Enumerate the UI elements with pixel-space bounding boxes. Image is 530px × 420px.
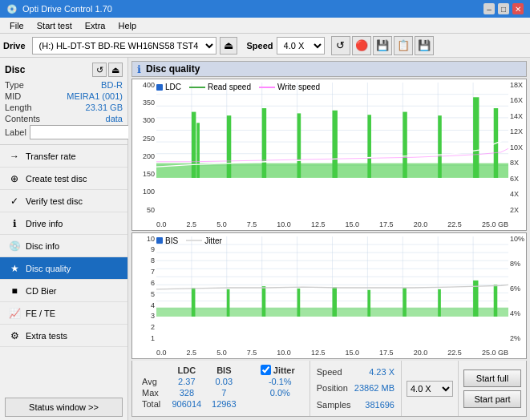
nav-cd-bier[interactable]: ■ CD Bier — [0, 280, 127, 302]
svg-rect-22 — [333, 111, 338, 178]
content-area: ℹ Disc quality LDC Read speed — [128, 58, 530, 420]
button-group: Start full Start part — [458, 361, 526, 416]
bis-y-axis: 10987654321 — [132, 233, 156, 342]
nav-disc-quality[interactable]: ★ Disc quality — [0, 257, 127, 280]
verify-test-disc-icon: ✓ — [8, 196, 21, 207]
nav-verify-test-disc[interactable]: ✓ Verify test disc — [0, 190, 127, 212]
menu-help[interactable]: Help — [111, 19, 143, 32]
cd-bier-icon: ■ — [8, 285, 21, 297]
svg-rect-18 — [196, 123, 200, 178]
disc-quality-header: ℹ Disc quality — [131, 61, 527, 77]
disc-quality-header-icon: ℹ — [137, 63, 141, 75]
bis-header: BIS — [207, 364, 241, 376]
nav-fe-te[interactable]: 📈 FE / TE — [0, 302, 127, 325]
disc-eject-btn[interactable]: ⏏ — [108, 63, 123, 77]
close-button[interactable]: ✕ — [512, 3, 524, 14]
nav-create-test-disc[interactable]: ⊕ Create test disc — [0, 168, 127, 190]
disc-panel: Disc ↺ ⏏ Type BD-R MID MEIRA1 (001) Leng… — [0, 58, 127, 145]
nav-transfer-rate[interactable]: → Transfer rate — [0, 145, 127, 168]
nav-disc-info[interactable]: 💿 Disc info — [0, 235, 127, 257]
ldc-y-axis-right: 18X16X14X12X10X8X6X4X2X — [508, 79, 526, 214]
eject-button[interactable]: ⏏ — [220, 37, 237, 55]
speed-select-stats[interactable]: 4.0 X — [407, 381, 453, 397]
speed-dynamic-value: 4.23 X — [369, 367, 394, 377]
total-row: Total 906014 12963 — [139, 398, 303, 410]
bis-chart: BIS Jitter 10987654321 10%8%6%4%2% — [131, 232, 527, 359]
disc-title: Disc — [5, 64, 25, 75]
svg-rect-47 — [192, 288, 196, 317]
toolbar-button-3[interactable]: 💾 — [373, 36, 392, 55]
svg-rect-20 — [262, 108, 266, 178]
svg-rect-51 — [333, 287, 337, 317]
speed-group: 4.0 X — [401, 361, 458, 416]
start-full-button[interactable]: Start full — [463, 370, 521, 387]
toolbar-button-5[interactable]: 💾 — [415, 36, 434, 55]
menu-start-test[interactable]: Start test — [30, 19, 79, 32]
svg-rect-25 — [438, 115, 442, 178]
svg-rect-24 — [403, 112, 407, 178]
nav-extra-tests[interactable]: ⚙ Extra tests — [0, 325, 127, 347]
ldc-chart: LDC Read speed Write speed 4003503002502… — [131, 79, 527, 231]
bis-x-axis: 0.02.55.07.510.012.515.017.520.022.525.0… — [156, 349, 508, 357]
disc-quality-icon: ★ — [8, 263, 21, 274]
toolbar-button-4[interactable]: 📋 — [394, 36, 413, 55]
transfer-rate-icon: → — [8, 151, 21, 162]
fe-te-icon: 📈 — [8, 308, 21, 319]
disc-quality-title: Disc quality — [146, 63, 200, 75]
speed-select[interactable]: 4.0 X — [277, 37, 325, 55]
toolbar-button-2[interactable]: 🔴 — [352, 36, 371, 55]
create-test-disc-icon: ⊕ — [8, 173, 21, 184]
disc-label-row: Label 🔍 — [5, 125, 123, 139]
avg-row: Avg 2.37 0.03 -0.1% — [139, 376, 303, 387]
title-bar: 💿 Opti Drive Control 1.70 – □ ✕ — [0, 0, 530, 18]
bis-chart-svg — [156, 236, 508, 317]
disc-info-icon: 💿 — [8, 240, 21, 252]
speed-static-label: Speed — [317, 367, 342, 377]
toolbar-button-1[interactable]: ↺ — [331, 36, 350, 55]
svg-rect-56 — [494, 285, 498, 317]
svg-rect-53 — [403, 288, 407, 317]
disc-mid-field: MID MEIRA1 (001) — [5, 91, 123, 101]
svg-rect-19 — [227, 115, 231, 178]
drive-select[interactable]: (H:) HL-DT-ST BD-RE WH16NS58 TST4 — [32, 37, 216, 55]
maximize-button[interactable]: □ — [498, 3, 509, 14]
samples-value: 381696 — [365, 400, 394, 410]
ldc-y-axis: 40035030025020015010050 — [132, 79, 156, 214]
disc-type-field: Type BD-R — [5, 80, 123, 90]
disc-refresh-btn[interactable]: ↺ — [92, 63, 107, 77]
stats-row: LDC BIS Jitter — [131, 361, 527, 417]
sidebar: Disc ↺ ⏏ Type BD-R MID MEIRA1 (001) Leng… — [0, 58, 128, 420]
disc-length-field: Length 23.31 GB — [5, 103, 123, 112]
app-icon: 💿 — [6, 4, 18, 14]
menu-extra[interactable]: Extra — [79, 19, 112, 32]
ldc-header: LDC — [167, 364, 207, 376]
disc-contents-field: Contents data — [5, 114, 123, 123]
samples-label: Samples — [317, 400, 351, 410]
ldc-chart-svg — [156, 83, 508, 178]
minimize-button[interactable]: – — [483, 3, 495, 14]
max-row: Max 328 7 0.0% — [139, 387, 303, 398]
svg-rect-50 — [297, 289, 301, 317]
status-window-button[interactable]: Status window >> — [5, 398, 123, 417]
position-value: 23862 MB — [354, 383, 394, 393]
menu-file[interactable]: File — [3, 19, 30, 32]
disc-label-input[interactable] — [30, 125, 136, 139]
jitter-checkbox[interactable] — [261, 365, 271, 375]
svg-rect-48 — [227, 289, 230, 317]
speed-label: Speed — [247, 41, 273, 50]
drive-toolbar: Drive (H:) HL-DT-ST BD-RE WH16NS58 TST4 … — [0, 34, 530, 58]
chart-container: LDC Read speed Write speed 4003503002502… — [131, 79, 527, 359]
extra-tests-icon: ⚙ — [8, 330, 21, 341]
bis-y-axis-right: 10%8%6%4%2% — [508, 233, 526, 342]
start-part-button[interactable]: Start part — [463, 390, 521, 408]
bis-legend: BIS Jitter — [156, 236, 222, 245]
svg-rect-54 — [438, 289, 441, 317]
svg-rect-52 — [367, 289, 370, 317]
svg-rect-49 — [262, 286, 266, 317]
nav-drive-info[interactable]: ℹ Drive info — [0, 212, 127, 235]
menu-bar: File Start test Extra Help — [0, 18, 530, 34]
position-group: Speed 4.23 X Position 23862 MB Samples 3… — [310, 361, 401, 416]
position-label: Position — [317, 383, 348, 393]
jitter-header: Jitter — [257, 364, 303, 376]
drive-info-icon: ℹ — [8, 218, 21, 229]
